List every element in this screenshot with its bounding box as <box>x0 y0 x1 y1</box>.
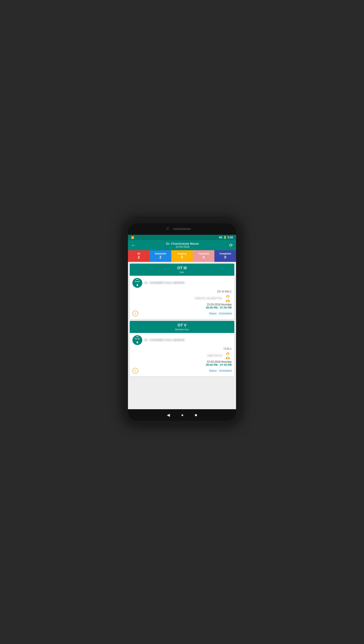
phone-inner: 📶 4G 🔋 3:43 ← Dr. Chandrakala Maran 22-0… <box>128 223 236 421</box>
doctor-row-2: Dr. CHANDRA KALA MARAN <box>132 335 232 345</box>
nav-home-button[interactable]: ● <box>181 413 184 417</box>
svg-rect-2 <box>136 280 139 281</box>
date-time-block-1: 22-03-2018 thursday 06:00 PM - 07:30 PM <box>132 303 232 309</box>
tab-completed-count: 0 <box>224 255 226 260</box>
doctor-svg-1 <box>132 278 142 288</box>
date-text-2: 22-03-2018 thursday <box>132 360 232 363</box>
patient-name-2: SWETHA M <box>207 354 222 357</box>
tab-scheduled-count: 2 <box>160 255 162 260</box>
card-header-1: OT III lscs <box>130 264 234 276</box>
phone-device: 📶 4G 🔋 3:43 ← Dr. Chandrakala Maran 22-0… <box>124 219 240 425</box>
doctor-name-1: Dr. CHANDRA KALA MARAN <box>144 281 184 284</box>
tab-all[interactable]: All 2 <box>128 250 150 262</box>
svg-rect-6 <box>137 284 138 286</box>
tab-ongoing-count: 0 <box>181 255 183 260</box>
svg-rect-22 <box>227 354 229 354</box>
ot-subtitle-1: lscs <box>132 271 232 274</box>
patient-row-2: SWETHA M <box>132 352 232 359</box>
card-body-2: Dr. CHANDRA KALA MARAN 7125-1 SWETHA M <box>130 333 234 376</box>
status-row-1: i Status : Scheduled <box>132 311 232 316</box>
tab-cancelled[interactable]: Cancelled 0 <box>193 250 214 262</box>
tab-all-label: All <box>137 252 140 255</box>
header-date: 22-03-2018 <box>136 245 229 249</box>
svg-rect-11 <box>227 299 228 301</box>
patient-name-1: PARVIN KALMOTTIN <box>195 297 222 300</box>
patient-row-1: PARVIN KALMOTTIN <box>132 295 232 302</box>
phone-screen: 📶 4G 🔋 3:43 ← Dr. Chandrakala Maran 22-0… <box>128 235 236 409</box>
ot-name-1: OT III <box>132 266 232 270</box>
phone-speaker <box>173 228 191 230</box>
surgery-card-2: OT V Elective lscs <box>130 321 234 376</box>
signal-label: 4G <box>219 236 222 239</box>
sim-icon: 📶 <box>131 236 134 239</box>
tab-ongoing-label: Ongoing <box>177 252 186 255</box>
status-label-1: Status : Scheduled <box>209 312 232 315</box>
tab-cancelled-label: Cancelled <box>198 252 209 255</box>
case-number-1: DX III 640-1 <box>132 290 232 293</box>
card-header-2: OT V Elective lscs <box>130 321 234 333</box>
svg-rect-15 <box>136 339 139 340</box>
date-text-1: 22-03-2018 thursday <box>132 303 232 306</box>
patient-icon-1 <box>224 295 232 302</box>
info-icon-1[interactable]: i <box>132 311 138 316</box>
svg-rect-3 <box>136 282 139 283</box>
svg-rect-18 <box>137 341 138 343</box>
tab-completed-label: Completed <box>220 252 231 255</box>
doctor-svg-2 <box>132 335 142 345</box>
svg-point-16 <box>136 338 137 339</box>
date-time-block-2: 22-03-2018 thursday 06:00 PM - 07:30 PM <box>132 360 232 366</box>
tab-scheduled[interactable]: Scheduled 2 <box>150 250 171 262</box>
svg-rect-23 <box>227 357 228 359</box>
status-bar: 📶 4G 🔋 3:43 <box>128 235 236 240</box>
svg-rect-10 <box>227 297 229 297</box>
battery-icon: 🔋 <box>223 236 227 239</box>
time-display: 3:43 <box>228 236 233 239</box>
patient-icon-2 <box>224 352 232 359</box>
refresh-button[interactable]: ⟳ <box>229 243 233 248</box>
header-center: Dr. Chandrakala Maran 22-03-2018 <box>136 242 229 249</box>
status-label-2: Status : Scheduled <box>209 369 232 372</box>
back-button[interactable]: ← <box>131 242 136 248</box>
doctor-avatar-2 <box>132 335 142 345</box>
app-header: ← Dr. Chandrakala Maran 22-03-2018 ⟳ <box>128 240 236 250</box>
status-row-2: i Status : Scheduled <box>132 368 232 374</box>
ot-name-2: OT V <box>132 323 232 328</box>
card-body-1: Dr. CHANDRA KALA MARAN DX III 640-1 PARV… <box>130 276 234 319</box>
tab-ongoing[interactable]: Ongoing 0 <box>171 250 193 262</box>
status-right: 4G 🔋 3:43 <box>219 236 233 239</box>
tab-all-count: 2 <box>138 255 140 260</box>
tab-cancelled-count: 0 <box>202 255 204 260</box>
content-area: OT III lscs <box>128 262 236 409</box>
ot-subtitle-2: Elective lscs <box>132 328 232 331</box>
tab-completed[interactable]: Completed 0 <box>214 250 236 262</box>
tab-scheduled-label: Scheduled <box>155 252 166 255</box>
doctor-name-header: Dr. Chandrakala Maran <box>136 242 229 245</box>
phone-camera <box>166 227 169 230</box>
doctor-row-1: Dr. CHANDRA KALA MARAN <box>132 278 232 288</box>
svg-rect-14 <box>136 337 139 339</box>
doctor-avatar-1 <box>132 278 142 288</box>
svg-point-5 <box>138 281 138 281</box>
phone-nav: ◀ ● ■ <box>128 409 236 421</box>
case-number-2: 7125-1 <box>132 347 232 350</box>
time-text-2: 06:00 PM - 07:30 PM <box>132 363 232 366</box>
svg-point-4 <box>136 281 137 281</box>
info-icon-2[interactable]: i <box>132 368 138 374</box>
surgery-card-1: OT III lscs <box>130 264 234 319</box>
doctor-name-2: Dr. CHANDRA KALA MARAN <box>144 339 184 342</box>
svg-point-17 <box>138 338 138 339</box>
status-left: 📶 <box>131 236 134 239</box>
filter-tabs: All 2 Scheduled 2 Ongoing 0 Cancelled 0 … <box>128 250 236 262</box>
time-text-1: 06:00 PM - 07:30 PM <box>132 306 232 309</box>
nav-recents-button[interactable]: ■ <box>195 413 197 417</box>
nav-back-button[interactable]: ◀ <box>167 412 170 417</box>
